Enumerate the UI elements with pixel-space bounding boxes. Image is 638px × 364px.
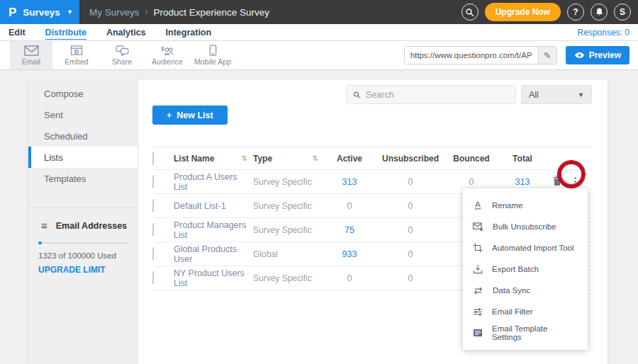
- preview-button[interactable]: Preview: [566, 46, 629, 64]
- surveys-product-menu[interactable]: P Surveys ▼: [0, 0, 79, 24]
- list-lines-icon: ≡: [41, 220, 47, 232]
- row-checkbox[interactable]: [152, 223, 154, 237]
- unsubscribed-count[interactable]: 0: [375, 177, 446, 187]
- unsubscribed-count[interactable]: 0: [375, 249, 446, 259]
- survey-url-input[interactable]: [405, 47, 538, 64]
- upgrade-limit-link[interactable]: UPGRADE LIMIT: [38, 265, 128, 275]
- sidebar-item-lists[interactable]: Lists: [28, 147, 138, 168]
- tool-tab-mobile-app[interactable]: Mobile App: [191, 41, 234, 69]
- search-input[interactable]: [366, 90, 509, 100]
- tab-integration[interactable]: Integration: [166, 25, 212, 39]
- tool-tab-label: Audience: [152, 57, 183, 66]
- responses-count[interactable]: Responses: 0: [578, 28, 629, 38]
- tab-edit[interactable]: Edit: [9, 25, 26, 39]
- select-all-checkbox[interactable]: [152, 152, 154, 165]
- automated-import-icon: [473, 243, 483, 253]
- menu-item-data-sync[interactable]: Data Sync: [463, 280, 588, 301]
- tab-distribute[interactable]: Distribute: [45, 25, 86, 40]
- eye-icon: [574, 52, 585, 59]
- menu-item-rename[interactable]: Rename: [463, 195, 588, 216]
- menu-item-label: Export Batch: [492, 265, 539, 273]
- tool-tab-embed[interactable]: Embed: [55, 41, 98, 69]
- tool-tab-email[interactable]: Email: [10, 41, 52, 69]
- chevron-down-icon: ▼: [67, 8, 73, 16]
- active-count[interactable]: 933: [324, 249, 375, 259]
- row-checkbox[interactable]: [152, 271, 154, 285]
- tool-tab-label: Share: [112, 57, 132, 66]
- unsubscribed-count[interactable]: 0: [375, 273, 446, 283]
- search-button[interactable]: [461, 4, 478, 21]
- sidebar-item-scheduled[interactable]: Scheduled: [28, 125, 138, 147]
- active-count[interactable]: 0: [324, 273, 375, 283]
- active-count[interactable]: 313: [324, 177, 375, 187]
- list-name-link[interactable]: Default List-1: [174, 201, 226, 211]
- help-button[interactable]: ?: [567, 4, 584, 21]
- trash-icon: [553, 176, 561, 186]
- top-header-bar: P Surveys ▼ My Surveys › Product Experie…: [0, 0, 638, 24]
- tool-tab-audience[interactable]: $ Audience: [146, 41, 189, 69]
- product-menu-label: Surveys: [23, 7, 60, 18]
- new-list-button[interactable]: + New List: [152, 106, 228, 125]
- list-name-link[interactable]: Product Managers List: [174, 220, 247, 240]
- sidebar-item-templates[interactable]: Templates: [28, 168, 138, 189]
- total-count[interactable]: 313: [497, 177, 548, 187]
- tab-analytics[interactable]: Analytics: [106, 25, 146, 39]
- email-usage-progress: [38, 242, 128, 244]
- menu-item-label: Email Filter: [492, 307, 533, 316]
- active-count[interactable]: 75: [324, 225, 375, 235]
- email-filter-icon: [473, 307, 483, 317]
- column-header-list-name: List Name: [174, 154, 214, 164]
- active-count[interactable]: 0: [324, 201, 375, 211]
- rename-icon: [473, 200, 483, 210]
- delete-list-button[interactable]: [553, 176, 561, 188]
- list-type: Survey Specific: [253, 273, 312, 283]
- menu-item-email-template-settings[interactable]: Email Template Settings: [463, 322, 588, 343]
- distribute-sidebar: Compose Sent Scheduled Lists Templates ≡…: [28, 80, 138, 364]
- list-type-filter-dropdown[interactable]: All ▼: [521, 85, 592, 104]
- user-avatar[interactable]: S: [614, 4, 631, 21]
- sort-icon[interactable]: ⇅: [313, 154, 318, 162]
- menu-item-label: Rename: [492, 201, 522, 210]
- tool-tab-label: Mobile App: [194, 57, 231, 66]
- bounced-count[interactable]: 0: [446, 177, 497, 187]
- unsubscribed-count[interactable]: 0: [375, 225, 446, 235]
- row-checkbox[interactable]: [152, 247, 154, 261]
- row-checkbox[interactable]: [152, 175, 154, 188]
- survey-url-field: ✎: [404, 46, 557, 64]
- sidebar-item-compose[interactable]: Compose: [28, 83, 138, 104]
- notifications-button[interactable]: [591, 4, 608, 21]
- tool-tab-share[interactable]: Share: [101, 41, 143, 69]
- list-options-context-menu: Rename Bulk Unsubscribe Automated Import…: [463, 188, 588, 350]
- survey-section-nav: Edit Distribute Analytics Integration Re…: [0, 24, 638, 41]
- menu-item-bulk-unsubscribe[interactable]: Bulk Unsubscribe: [463, 216, 588, 237]
- preview-label: Preview: [589, 50, 621, 60]
- sidebar-nav: Compose Sent Scheduled Lists Templates: [28, 80, 138, 189]
- bulk-unsubscribe-icon: [473, 222, 483, 232]
- header-actions: Upgrade Now ? S: [461, 0, 638, 24]
- plus-icon: +: [167, 110, 172, 120]
- menu-item-automated-import-tool[interactable]: Automated Import Tool: [463, 237, 588, 258]
- menu-item-email-filter[interactable]: Email Filter: [463, 301, 588, 322]
- search-icon: [353, 91, 361, 99]
- filter-selected-value: All: [529, 90, 539, 100]
- unsubscribed-count[interactable]: 0: [375, 201, 446, 211]
- sort-icon[interactable]: ⇅: [242, 154, 247, 162]
- row-options-kebab-button[interactable]: [573, 176, 578, 188]
- list-name-link[interactable]: Product A Users List: [174, 172, 247, 192]
- export-batch-icon: [473, 264, 483, 274]
- column-header-bounced: Bounced: [446, 154, 497, 164]
- menu-item-label: Data Sync: [493, 286, 530, 295]
- edit-url-button[interactable]: ✎: [538, 47, 556, 64]
- list-type: Global: [253, 249, 278, 259]
- list-name-link[interactable]: Global Products User: [174, 244, 247, 264]
- column-header-active: Active: [324, 154, 375, 164]
- embed-icon: [70, 45, 83, 56]
- upgrade-now-button[interactable]: Upgrade Now: [485, 3, 561, 21]
- toolbar-right-actions: ✎ Preview: [404, 41, 638, 69]
- list-name-link[interactable]: NY Product Users List: [174, 268, 247, 288]
- breadcrumb-my-surveys[interactable]: My Surveys: [89, 7, 140, 18]
- sidebar-item-sent[interactable]: Sent: [28, 104, 138, 125]
- list-search: [346, 85, 516, 104]
- row-checkbox[interactable]: [152, 199, 154, 212]
- menu-item-export-batch[interactable]: Export Batch: [463, 258, 588, 280]
